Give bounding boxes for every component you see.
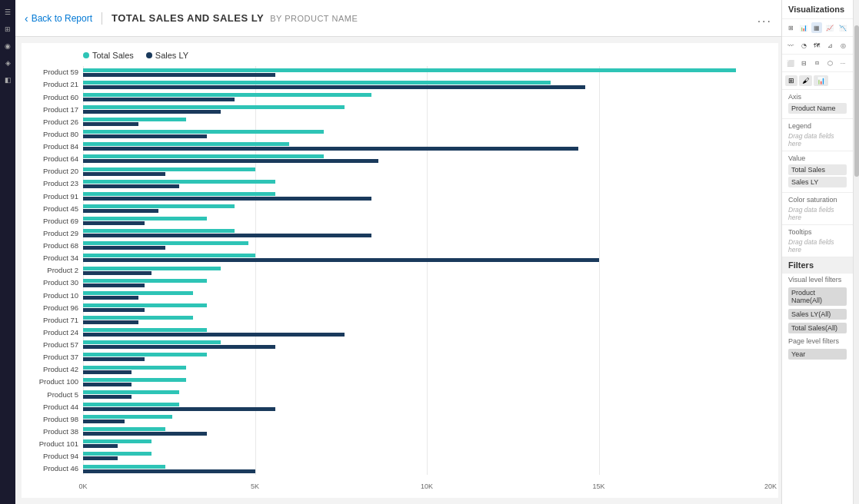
viz-icon-area[interactable]: 📉 bbox=[837, 22, 848, 33]
viz-axis-field[interactable]: Product Name bbox=[788, 103, 847, 114]
bar-totalsales-4[interactable] bbox=[83, 118, 186, 121]
more-options-icon[interactable]: ... bbox=[757, 12, 772, 25]
bar-salesly-18[interactable] bbox=[83, 296, 138, 300]
viz-icon-map[interactable]: 🗺 bbox=[811, 40, 822, 51]
filter-chip-product-name[interactable]: Product Name(All) bbox=[788, 287, 847, 306]
bar-salesly-30[interactable] bbox=[83, 444, 118, 448]
viz-icon-treemap[interactable]: ⧈ bbox=[811, 58, 822, 68]
bar-salesly-27[interactable] bbox=[83, 407, 275, 411]
bar-salesly-6[interactable] bbox=[83, 147, 578, 151]
bar-salesly-21[interactable] bbox=[83, 333, 345, 337]
bar-salesly-14[interactable] bbox=[83, 246, 165, 250]
bar-totalsales-3[interactable] bbox=[83, 105, 345, 109]
bar-salesly-0[interactable] bbox=[83, 73, 275, 77]
sidebar-icon-circle[interactable]: ◉ bbox=[2, 40, 14, 52]
viz-icon-matrix[interactable]: ⊟ bbox=[798, 58, 809, 68]
viz-icon-table[interactable]: ⊞ bbox=[785, 22, 796, 33]
viz-value-field-salesly[interactable]: Sales LY bbox=[788, 177, 847, 187]
bar-totalsales-11[interactable] bbox=[83, 204, 235, 208]
bar-totalsales-14[interactable] bbox=[83, 241, 248, 245]
bar-totalsales-12[interactable] bbox=[83, 217, 207, 220]
bar-totalsales-5[interactable] bbox=[83, 130, 324, 134]
viz-value-field-totalsales[interactable]: Total Sales bbox=[788, 164, 847, 175]
viz-icon-pie[interactable]: ◔ bbox=[798, 40, 809, 51]
bar-salesly-13[interactable] bbox=[83, 234, 371, 237]
bar-totalsales-10[interactable] bbox=[83, 192, 275, 196]
bar-salesly-17[interactable] bbox=[83, 284, 145, 287]
viz-icon-more[interactable]: ··· bbox=[837, 58, 848, 68]
bar-totalsales-7[interactable] bbox=[83, 154, 324, 158]
bar-totalsales-26[interactable] bbox=[83, 390, 179, 394]
bar-salesly-24[interactable] bbox=[83, 370, 132, 374]
bar-salesly-26[interactable] bbox=[83, 395, 132, 399]
bar-salesly-16[interactable] bbox=[83, 271, 151, 275]
bar-totalsales-2[interactable] bbox=[83, 93, 371, 97]
viz-icon-gauge[interactable]: ◎ bbox=[837, 40, 848, 51]
scrollbar[interactable] bbox=[853, 0, 859, 504]
bar-salesly-9[interactable] bbox=[83, 184, 179, 188]
bar-totalsales-23[interactable] bbox=[83, 353, 207, 356]
sidebar-icon-menu[interactable]: ☰ bbox=[2, 6, 14, 18]
viz-icon-scatter[interactable]: 〰 bbox=[785, 40, 796, 51]
bar-salesly-10[interactable] bbox=[83, 197, 371, 201]
bar-totalsales-32[interactable] bbox=[83, 465, 165, 469]
bar-salesly-3[interactable] bbox=[83, 110, 221, 114]
bar-salesly-11[interactable] bbox=[83, 209, 158, 213]
viz-icon-barh[interactable]: ▦ bbox=[811, 22, 822, 33]
viz-fields-tab[interactable]: ⊞ bbox=[785, 75, 797, 86]
bar-totalsales-24[interactable] bbox=[83, 366, 186, 370]
filter-chip-year[interactable]: Year bbox=[788, 349, 847, 360]
viz-icon-line[interactable]: 📈 bbox=[824, 22, 835, 33]
bar-totalsales-27[interactable] bbox=[83, 403, 179, 406]
viz-icon-bar[interactable]: 📊 bbox=[798, 22, 809, 33]
bar-totalsales-19[interactable] bbox=[83, 303, 207, 307]
bar-salesly-29[interactable] bbox=[83, 432, 207, 436]
bar-totalsales-1[interactable] bbox=[83, 81, 551, 85]
bar-totalsales-29[interactable] bbox=[83, 427, 165, 431]
bar-salesly-1[interactable] bbox=[83, 85, 585, 89]
bar-totalsales-22[interactable] bbox=[83, 340, 221, 344]
bar-salesly-32[interactable] bbox=[83, 469, 255, 473]
sidebar-icon-data[interactable]: ◈ bbox=[2, 57, 14, 69]
filter-chip-sales-ly[interactable]: Sales LY(All) bbox=[788, 309, 847, 320]
bar-totalsales-25[interactable] bbox=[83, 378, 186, 382]
bar-salesly-8[interactable] bbox=[83, 172, 165, 176]
bar-salesly-15[interactable] bbox=[83, 258, 599, 262]
viz-analytics-tab[interactable]: 📊 bbox=[814, 75, 828, 86]
bar-totalsales-15[interactable] bbox=[83, 254, 255, 257]
bar-totalsales-18[interactable] bbox=[83, 291, 193, 295]
viz-format-tab[interactable]: 🖌 bbox=[799, 75, 812, 86]
bar-totalsales-8[interactable] bbox=[83, 167, 255, 171]
viz-icon-custom1[interactable]: ⬡ bbox=[824, 58, 835, 68]
bar-totalsales-0[interactable] bbox=[83, 68, 736, 72]
viz-icon-funnel[interactable]: ⊿ bbox=[824, 40, 835, 51]
bar-totalsales-13[interactable] bbox=[83, 229, 235, 233]
bar-salesly-7[interactable] bbox=[83, 159, 378, 163]
bar-salesly-5[interactable] bbox=[83, 134, 207, 138]
top-right-menu[interactable]: ... bbox=[757, 12, 772, 25]
bar-salesly-23[interactable] bbox=[83, 357, 145, 361]
bar-salesly-2[interactable] bbox=[83, 98, 235, 101]
bar-salesly-4[interactable] bbox=[83, 122, 138, 126]
bar-salesly-22[interactable] bbox=[83, 345, 275, 349]
sidebar-icon-grid[interactable]: ⊞ bbox=[2, 23, 14, 35]
bar-totalsales-17[interactable] bbox=[83, 279, 207, 283]
bar-salesly-28[interactable] bbox=[83, 419, 125, 423]
bar-totalsales-30[interactable] bbox=[83, 439, 151, 443]
bar-totalsales-20[interactable] bbox=[83, 316, 193, 320]
bar-salesly-31[interactable] bbox=[83, 456, 118, 460]
bar-salesly-20[interactable] bbox=[83, 320, 138, 324]
bar-totalsales-6[interactable] bbox=[83, 142, 289, 146]
bar-totalsales-16[interactable] bbox=[83, 267, 221, 270]
bar-salesly-12[interactable] bbox=[83, 221, 145, 225]
bar-salesly-25[interactable] bbox=[83, 383, 132, 386]
bar-totalsales-9[interactable] bbox=[83, 180, 275, 184]
bar-totalsales-21[interactable] bbox=[83, 328, 207, 332]
bar-salesly-19[interactable] bbox=[83, 308, 145, 312]
sidebar-icon-view[interactable]: ◧ bbox=[2, 74, 14, 86]
bar-totalsales-31[interactable] bbox=[83, 452, 151, 456]
filter-chip-total-sales[interactable]: Total Sales(All) bbox=[788, 323, 847, 333]
viz-icon-card[interactable]: ⬜ bbox=[785, 58, 796, 68]
bar-totalsales-28[interactable] bbox=[83, 415, 172, 419]
back-button[interactable]: ‹ Back to Report bbox=[25, 12, 102, 25]
